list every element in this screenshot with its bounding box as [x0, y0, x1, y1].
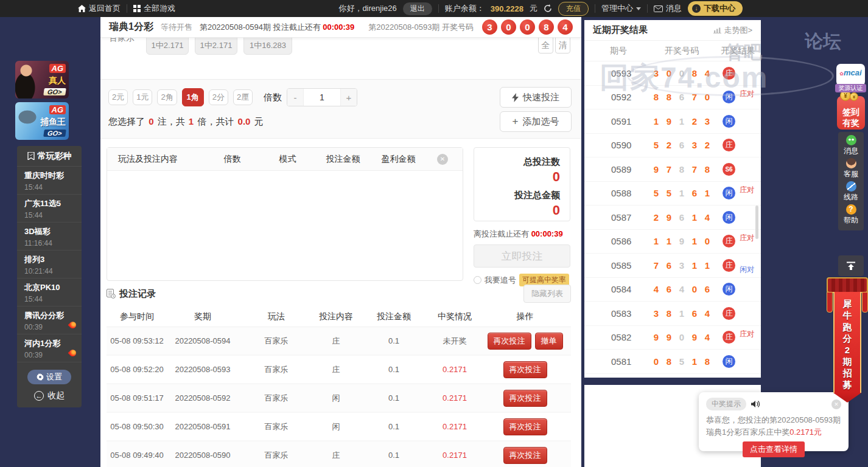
clear-selection-button[interactable]: 清	[555, 38, 570, 54]
sidebar-item-北京PK10[interactable]: 北京PK1015:44	[17, 278, 82, 306]
result-issue: 0584	[584, 284, 648, 294]
trend-chart-label: 走势图>	[724, 25, 752, 36]
result-digit: 6	[676, 140, 688, 150]
quick-bet-button[interactable]: 快速投注	[500, 87, 572, 108]
messages-link[interactable]: 消息	[654, 3, 682, 14]
play-option-button[interactable]: 1中2.171	[146, 38, 189, 55]
go-button[interactable]: GO>	[44, 130, 66, 137]
sidebar-item-排列3[interactable]: 排列310:21:44	[17, 251, 82, 278]
banner-ag-live[interactable]: AG 真人 GO>	[15, 61, 69, 99]
all-games-label: 全部游戏	[144, 3, 175, 14]
countdown: 00:00:39	[323, 22, 354, 32]
multiplier-minus-button[interactable]: -	[287, 89, 303, 106]
play-option-button[interactable]: 1中2.171	[195, 38, 237, 55]
rebet-button[interactable]: 再次投注	[488, 333, 531, 350]
result-row: 059119123闲	[584, 109, 761, 134]
multiplier-plus-button[interactable]: +	[341, 89, 357, 106]
result-digit: 8	[701, 164, 714, 175]
record-cell: 百家乐	[238, 393, 315, 404]
result-digit: 1	[688, 236, 701, 246]
recharge-button[interactable]: 充值	[558, 2, 589, 16]
record-cell: 05-08 09:52:20	[107, 365, 167, 374]
hide-list-button[interactable]: 隐藏列表	[523, 285, 571, 303]
unit-button-1角[interactable]: 1角	[182, 88, 204, 106]
view-details-button[interactable]: 点击查看详情	[743, 441, 805, 457]
select-all-button[interactable]: 全	[538, 38, 553, 54]
promo-ribbon-banner[interactable]: 犀牛跑分2期招募	[827, 277, 868, 403]
settings-button[interactable]: 设置	[27, 370, 71, 384]
result-row: 059288670闲庄对	[584, 86, 761, 110]
refresh-balance-icon[interactable]	[544, 4, 552, 13]
result-issue: 0585	[584, 260, 648, 271]
record-col-header: 玩法	[238, 311, 315, 322]
chase-radio[interactable]	[474, 276, 481, 284]
banner-ag-fishing[interactable]: AG 捕鱼王 GO>	[15, 102, 69, 140]
bookmark-icon	[27, 152, 35, 160]
unit-button-2角[interactable]: 2角	[157, 89, 177, 105]
lottery-name: 北京PK10	[24, 282, 75, 293]
pair-label: 庄对	[740, 329, 754, 339]
records-title: 投注记录	[119, 288, 156, 300]
top-navbar: 返回首页 全部游戏 你好，direnjie26 退出 账户余额： 390.222…	[0, 0, 868, 17]
chat-icon	[846, 135, 856, 145]
all-games-link[interactable]: 全部游戏	[133, 3, 175, 14]
multiplier-input[interactable]	[303, 89, 341, 106]
record-actions: 再次投注	[479, 390, 571, 407]
bet-now-button[interactable]: 立即投注	[474, 244, 570, 268]
signin-reward-button[interactable]: 签到 有奖	[837, 96, 865, 130]
lottery-time: 10:21:44	[24, 267, 75, 275]
rebet-button[interactable]: 再次投注	[503, 447, 547, 464]
unit-button-2分[interactable]: 2分	[209, 89, 228, 105]
rebet-button[interactable]: 再次投注	[503, 361, 547, 378]
rebet-button[interactable]: 再次投注	[503, 390, 547, 407]
add-numbers-button[interactable]: + 添加选号	[500, 111, 572, 132]
clear-all-icon[interactable]: ✕	[437, 154, 448, 165]
result-numbers: 38164	[648, 308, 715, 319]
unit-button-2元[interactable]: 2元	[108, 89, 128, 105]
bet-col-header: 玩法及投注内容	[107, 154, 205, 165]
rail-item-帮助[interactable]: ?帮助	[838, 204, 864, 227]
settings-label: 设置	[46, 372, 62, 382]
record-cell: 0.1	[357, 365, 430, 374]
sidebar-item-腾讯分分彩[interactable]: 腾讯分分彩00:39	[17, 306, 82, 334]
rail-item-客服[interactable]: 客服	[838, 158, 864, 181]
back-to-top-button[interactable]	[838, 255, 864, 276]
rail-item-线路[interactable]: 线路	[838, 181, 864, 204]
lottery-cert-badge[interactable]: ✿mcai	[836, 64, 865, 86]
cancel-bet-button[interactable]: 撤单	[535, 333, 563, 350]
download-center-button[interactable]: ↓ 下载中心	[688, 1, 743, 16]
unit-button-1元[interactable]: 1元	[133, 89, 152, 105]
go-button[interactable]: GO>	[44, 88, 66, 95]
gear-icon	[37, 373, 44, 381]
collapse-button[interactable]: ← 收起	[28, 390, 71, 401]
result-digit: 2	[688, 116, 701, 126]
toast-tag: 中奖提示	[706, 398, 746, 410]
arrow-left-icon: ←	[34, 391, 44, 401]
logout-button[interactable]: 退出	[403, 2, 432, 15]
result-digit: 1	[688, 212, 701, 223]
sidebar-item-河内1分彩[interactable]: 河内1分彩00:39	[17, 334, 82, 362]
sidebar-item-重庆时时彩[interactable]: 重庆时时彩15:44	[17, 167, 82, 195]
sidebar-item-3D福彩[interactable]: 3D福彩11:16:44	[17, 223, 82, 251]
result-issue: 0590	[584, 140, 648, 150]
person-icon	[846, 158, 856, 168]
result-badge: 闲	[723, 355, 735, 368]
record-cell: 20220508-0590	[167, 451, 238, 460]
rail-item-消息[interactable]: 消息	[838, 135, 864, 158]
watermark-small-2: 论坛	[805, 29, 841, 54]
unit-button-2厘[interactable]: 2厘	[233, 89, 253, 105]
play-option-button[interactable]: 1中16.283	[243, 38, 292, 55]
rebet-button[interactable]: 再次投注	[503, 418, 547, 435]
record-cell: 0.1	[357, 422, 430, 431]
selection-summary: 您选择了 0 注，共 1 倍，共计 0.0 元	[108, 116, 264, 128]
messages-label: 消息	[666, 3, 682, 14]
ag-logo: AG	[49, 64, 66, 73]
results-scrollbar[interactable]	[755, 206, 758, 239]
result-digit: 9	[663, 116, 676, 126]
home-link[interactable]: 返回首页	[78, 3, 121, 14]
admin-center-menu[interactable]: 管理中心	[601, 3, 641, 14]
pair-label: 庄对	[740, 89, 754, 99]
trend-chart-link[interactable]: 走势图>	[713, 25, 752, 36]
sidebar-item-广东11选5[interactable]: 广东11选515:44	[17, 195, 82, 223]
result-balls: 30084	[478, 19, 573, 35]
